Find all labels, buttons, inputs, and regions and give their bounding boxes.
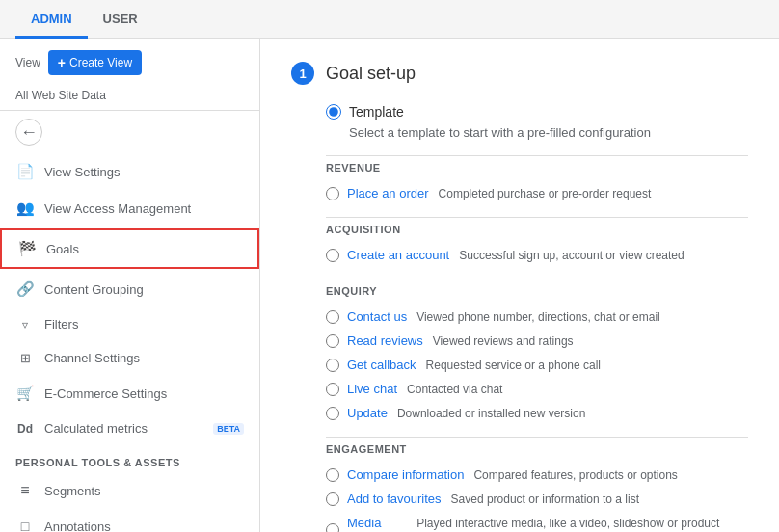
- goal-create-account[interactable]: Create an account Successful sign up, ac…: [326, 243, 748, 267]
- goal-desc-place-order: Completed purchase or pre-order request: [439, 187, 652, 200]
- goal-desc-add-to-favourites: Saved product or information to a list: [451, 492, 639, 506]
- sidebar-item-ecommerce[interactable]: 🛒 E-Commerce Settings: [0, 375, 259, 412]
- sidebar-item-view-access-label: View Access Management: [44, 201, 244, 216]
- goal-name-read-reviews[interactable]: Read reviews: [347, 333, 423, 348]
- plus-icon: +: [58, 55, 66, 70]
- step-number: 1: [291, 62, 314, 85]
- sidebar-item-segments-label: Segments: [44, 484, 244, 498]
- goal-desc-update: Downloaded or installed new version: [397, 407, 585, 420]
- sidebar-item-channel-settings[interactable]: ⊞ Channel Settings: [0, 341, 259, 375]
- category-engagement-label: ENGAGEMENT: [326, 437, 748, 459]
- goal-contact-us[interactable]: Contact us Viewed phone number, directio…: [326, 305, 748, 329]
- sidebar-item-calculated-metrics-label: Calculated metrics: [44, 421, 200, 436]
- goal-desc-get-callback: Requested service or a phone call: [426, 359, 601, 372]
- goal-live-chat[interactable]: Live chat Contacted via chat: [326, 377, 748, 401]
- goal-get-callback[interactable]: Get callback Requested service or a phon…: [326, 353, 748, 377]
- sidebar-item-goals-label: Goals: [46, 242, 242, 256]
- all-web-label: All Web Site Data: [0, 87, 259, 111]
- category-acquisition-label: ACQUISITION: [326, 217, 748, 239]
- sidebar-item-segments[interactable]: ≡ Segments: [0, 472, 259, 509]
- goal-media-play[interactable]: Media play Played interactive media, lik…: [326, 511, 748, 532]
- template-radio[interactable]: [326, 104, 341, 120]
- personal-tools-header: PERSONAL TOOLS & ASSETS: [0, 445, 259, 472]
- goal-desc-compare-information: Compared features, products or options: [473, 468, 677, 482]
- sidebar-item-view-settings-label: View Settings: [44, 165, 244, 179]
- beta-badge: BETA: [213, 423, 244, 435]
- sidebar-item-goals[interactable]: 🏁 Goals: [0, 228, 259, 269]
- select-template-text: Select a template to start with a pre-fi…: [349, 125, 748, 140]
- goal-desc-contact-us: Viewed phone number, directions, chat or…: [416, 310, 660, 324]
- segments-icon: ≡: [15, 482, 35, 499]
- goal-radio-update[interactable]: [326, 407, 339, 420]
- top-tabs: ADMIN USER: [0, 0, 779, 39]
- category-revenue: REVENUE Place an order Completed purchas…: [326, 155, 748, 205]
- category-acquisition: ACQUISITION Create an account Successful…: [326, 217, 748, 267]
- ecommerce-icon: 🛒: [15, 385, 35, 402]
- back-button[interactable]: ←: [0, 111, 259, 153]
- goal-name-media-play[interactable]: Media play: [347, 516, 407, 532]
- tab-admin[interactable]: ADMIN: [15, 2, 88, 39]
- step-header: 1 Goal set-up: [291, 62, 748, 85]
- goal-place-order[interactable]: Place an order Completed purchase or pre…: [326, 181, 748, 205]
- goal-update[interactable]: Update Downloaded or installed new versi…: [326, 401, 748, 425]
- category-revenue-label: REVENUE: [326, 155, 748, 177]
- back-arrow-icon: ←: [15, 119, 42, 146]
- create-view-label: Create View: [69, 56, 132, 69]
- goal-compare-information[interactable]: Compare information Compared features, p…: [326, 463, 748, 487]
- create-view-button[interactable]: + Create View: [48, 50, 142, 75]
- sidebar-item-view-settings[interactable]: 📄 View Settings: [0, 153, 259, 190]
- sidebar-item-filters-label: Filters: [44, 317, 244, 332]
- goal-radio-place-order[interactable]: [326, 187, 339, 200]
- content-grouping-icon: 🔗: [15, 280, 35, 298]
- goal-radio-media-play[interactable]: [326, 523, 339, 532]
- template-section: Template Select a template to start with…: [326, 104, 748, 532]
- sidebar-item-content-grouping[interactable]: 🔗 Content Grouping: [0, 271, 259, 307]
- tab-user[interactable]: USER: [88, 2, 153, 39]
- goal-desc-live-chat: Contacted via chat: [407, 383, 502, 396]
- sidebar-header: View + Create View: [0, 39, 259, 87]
- calculated-metrics-icon: Dd: [15, 422, 35, 436]
- goal-name-contact-us[interactable]: Contact us: [347, 309, 407, 324]
- goal-radio-live-chat[interactable]: [326, 383, 339, 396]
- sidebar-item-annotations-label: Annotations: [44, 519, 244, 533]
- goal-name-place-order[interactable]: Place an order: [347, 186, 429, 200]
- goal-name-live-chat[interactable]: Live chat: [347, 382, 397, 396]
- sidebar-item-ecommerce-label: E-Commerce Settings: [44, 386, 244, 401]
- goal-desc-read-reviews: Viewed reviews and ratings: [433, 334, 574, 348]
- sidebar-item-channel-settings-label: Channel Settings: [44, 351, 244, 365]
- channel-settings-icon: ⊞: [15, 351, 35, 365]
- view-access-icon: 👥: [15, 200, 35, 217]
- goal-radio-create-account[interactable]: [326, 249, 339, 262]
- goal-radio-compare-information[interactable]: [326, 468, 339, 482]
- template-radio-label: Template: [349, 104, 404, 120]
- sidebar-item-filters[interactable]: ▿ Filters: [0, 307, 259, 341]
- goal-name-update[interactable]: Update: [347, 406, 388, 420]
- goal-radio-read-reviews[interactable]: [326, 334, 339, 348]
- goals-icon: 🏁: [17, 240, 37, 257]
- sidebar-item-view-access-management[interactable]: 👥 View Access Management: [0, 190, 259, 226]
- goal-radio-add-to-favourites[interactable]: [326, 492, 339, 506]
- main-layout: View + Create View All Web Site Data ← 📄…: [0, 39, 779, 532]
- goal-add-to-favourites[interactable]: Add to favourites Saved product or infor…: [326, 487, 748, 511]
- goal-radio-get-callback[interactable]: [326, 359, 339, 372]
- goal-name-add-to-favourites[interactable]: Add to favourites: [347, 492, 442, 506]
- view-label: View: [15, 56, 40, 69]
- sidebar: View + Create View All Web Site Data ← 📄…: [0, 39, 260, 532]
- goal-read-reviews[interactable]: Read reviews Viewed reviews and ratings: [326, 329, 748, 353]
- goal-name-get-callback[interactable]: Get callback: [347, 358, 416, 372]
- goal-name-create-account[interactable]: Create an account: [347, 248, 449, 262]
- goal-radio-contact-us[interactable]: [326, 310, 339, 324]
- annotations-icon: □: [15, 519, 35, 532]
- sidebar-item-content-grouping-label: Content Grouping: [44, 282, 244, 297]
- view-settings-icon: 📄: [15, 163, 35, 180]
- category-engagement: ENGAGEMENT Compare information Compared …: [326, 437, 748, 532]
- category-enquiry: ENQUIRY Contact us Viewed phone number, …: [326, 279, 748, 425]
- category-enquiry-label: ENQUIRY: [326, 279, 748, 301]
- sidebar-item-calculated-metrics[interactable]: Dd Calculated metrics BETA: [0, 412, 259, 445]
- main-content: 1 Goal set-up Template Select a template…: [260, 39, 779, 532]
- template-radio-option[interactable]: Template: [326, 104, 748, 120]
- goal-name-compare-information[interactable]: Compare information: [347, 467, 464, 482]
- goal-desc-create-account: Successful sign up, account or view crea…: [459, 249, 684, 262]
- filters-icon: ▿: [15, 318, 35, 332]
- sidebar-item-annotations[interactable]: □ Annotations: [0, 509, 259, 532]
